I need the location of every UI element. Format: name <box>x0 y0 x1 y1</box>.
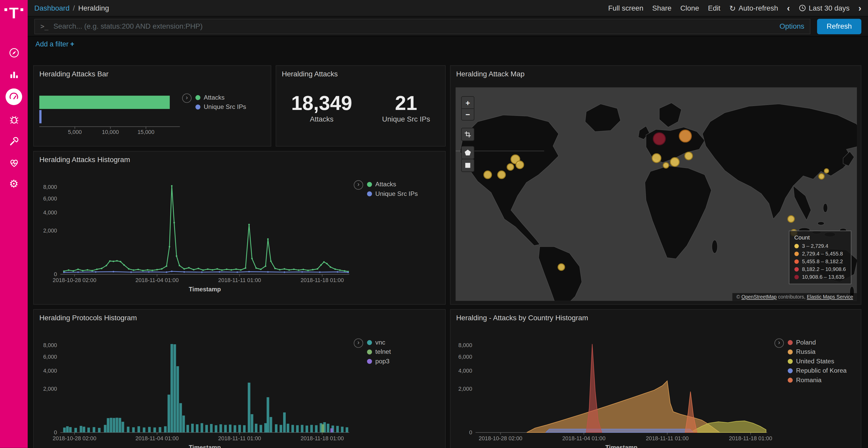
panel-attacks-bar: Heralding Attacks Bar 5,00010,00015,000 … <box>33 65 271 146</box>
openstreetmap-link[interactable]: OpenStreetMap <box>741 294 777 300</box>
legend-item[interactable]: United States <box>788 358 846 365</box>
legend-color-dot <box>794 244 799 248</box>
auto-refresh-button[interactable]: ↻ Auto-refresh <box>729 4 778 12</box>
svg-text:0: 0 <box>54 271 57 277</box>
sidebar-item-tools[interactable] <box>7 134 21 148</box>
map-legend-item: 5,455.8 – 8,182.2 <box>794 258 846 265</box>
full-screen-button[interactable]: Full screen <box>608 4 643 12</box>
map-legend-item: 3 – 2,729.4 <box>794 243 846 249</box>
sidebar-item-settings[interactable]: ⚙ <box>7 177 21 192</box>
map-legend-item: 10,908.6 – 13,635 <box>794 274 846 280</box>
svg-text:2018-11-18 01:00: 2018-11-18 01:00 <box>729 435 772 442</box>
legend-item[interactable]: Poland <box>788 339 846 346</box>
sidebar-item-honeypot[interactable] <box>7 112 21 127</box>
edit-button[interactable]: Edit <box>708 4 720 12</box>
zoom-out-button[interactable]: − <box>462 108 474 120</box>
svg-text:6,000: 6,000 <box>43 354 57 360</box>
legend-collapse-icon[interactable]: › <box>182 94 191 103</box>
metric-label: Attacks <box>291 115 352 123</box>
svg-text:8,000: 8,000 <box>43 342 57 348</box>
legend-item[interactable]: Unique Src IPs <box>367 190 418 197</box>
metric-label: Unique Src IPs <box>382 115 430 123</box>
time-range-picker[interactable]: Last 30 days <box>799 4 850 12</box>
refresh-cycle-icon: ↻ <box>729 4 736 12</box>
panel-title: Heralding Attacks <box>276 66 445 78</box>
search-placeholder: Search... (e.g. status:200 AND extension… <box>54 22 775 30</box>
legend-item[interactable]: Attacks <box>195 94 246 101</box>
legend-item[interactable]: Unique Src IPs <box>195 103 246 110</box>
add-filter-link[interactable]: Add a filter+ <box>35 40 74 48</box>
panel-attacks-histogram: Heralding Attacks Histogram 02,0004,0006… <box>33 151 445 305</box>
legend-label: Unique Src IPs <box>375 190 418 197</box>
legend-color-dot <box>195 95 200 100</box>
legend-collapse-icon[interactable]: › <box>774 338 784 348</box>
elastic-maps-link[interactable]: Elastic Maps Service <box>807 294 853 300</box>
svg-text:5,000: 5,000 <box>68 129 82 135</box>
map-legend-title: Count <box>794 234 846 241</box>
attacks-bar-chart[interactable]: 5,00010,00015,000 <box>35 80 185 138</box>
query-options-link[interactable]: Options <box>780 22 804 30</box>
panel-title: Heralding - Attacks by Country Histogram <box>451 310 861 322</box>
compass-icon <box>8 47 20 58</box>
telekom-logo[interactable]: T <box>0 0 28 31</box>
logo-dot-right <box>20 8 23 11</box>
svg-text:8,000: 8,000 <box>43 184 57 190</box>
legend-item[interactable]: Russia <box>788 348 846 355</box>
chart-legend: › Attacks Unique Src IPs <box>182 94 246 110</box>
legend-label: pop3 <box>375 358 390 365</box>
legend-label: Attacks <box>204 94 225 101</box>
share-button[interactable]: Share <box>652 4 672 12</box>
map-count-legend: Count 3 – 2,729.4 2,729.4 – 5,455.8 5,45… <box>789 231 851 284</box>
legend-label: telnet <box>375 348 391 355</box>
polygon-filter-button[interactable] <box>461 146 474 159</box>
sidebar-item-visualize[interactable] <box>7 67 21 81</box>
svg-text:6,000: 6,000 <box>458 354 472 360</box>
refresh-button[interactable]: Refresh <box>817 19 861 34</box>
query-bar: >_ Search... (e.g. status:200 AND extens… <box>28 16 868 36</box>
sidebar-item-monitoring[interactable] <box>7 156 21 170</box>
metric-value: 18,349 <box>291 92 352 114</box>
sidebar-item-dashboard[interactable] <box>5 89 22 105</box>
legend-label: 5,455.8 – 8,182.2 <box>802 258 843 265</box>
world-map[interactable]: + − Count 3 – 2,729.4 2,729.4 – 5,455.8 … <box>456 88 857 301</box>
svg-text:4,000: 4,000 <box>43 210 57 216</box>
legend-label: 10,908.6 – 13,635 <box>802 274 844 280</box>
search-input[interactable]: >_ Search... (e.g. status:200 AND extens… <box>34 19 810 34</box>
legend-item[interactable]: Attacks <box>367 181 418 187</box>
panel-attacks-metric: Heralding Attacks 18,349 Attacks 21 Uniq… <box>276 65 445 146</box>
bar-chart-icon <box>8 68 20 80</box>
pentagon-icon <box>464 149 471 156</box>
legend-item[interactable]: vnc <box>367 339 391 346</box>
legend-color-dot <box>367 349 372 354</box>
zoom-in-button[interactable]: + <box>462 97 474 108</box>
legend-collapse-icon[interactable]: › <box>354 338 363 348</box>
map-legend-item: 8,182.2 – 10,908.6 <box>794 266 846 272</box>
legend-item[interactable]: Republic of Korea <box>788 367 846 374</box>
legend-label: Unique Src IPs <box>204 103 246 110</box>
map-legend-item: 2,729.4 – 5,455.8 <box>794 250 846 257</box>
legend-color-dot <box>195 104 200 109</box>
spatial-filter-button[interactable] <box>461 128 474 141</box>
legend-item[interactable]: Romania <box>788 377 846 383</box>
legend-label: vnc <box>375 339 385 346</box>
time-forward-chevron-icon[interactable]: › <box>859 4 861 12</box>
panel-title: Heralding Attack Map <box>451 66 861 78</box>
sidebar-item-discover[interactable] <box>7 45 21 60</box>
console-prompt-icon: >_ <box>40 23 48 30</box>
sidebar-nav: ⚙ <box>0 31 28 191</box>
time-back-chevron-icon[interactable]: ‹ <box>787 4 790 12</box>
rectangle-filter-button[interactable] <box>461 159 474 172</box>
svg-text:2018-11-18 01:00: 2018-11-18 01:00 <box>301 277 344 283</box>
metric-group: 18,349 Attacks 21 Unique Src IPs <box>276 78 445 123</box>
panel-title: Heralding Attacks Bar <box>34 66 271 78</box>
panel-protocols-histogram: Heralding Protocols Histogram 02,0004,00… <box>33 309 445 448</box>
legend-item[interactable]: pop3 <box>367 358 391 365</box>
legend-label: Attacks <box>375 181 396 187</box>
breadcrumb-dashboard-link[interactable]: Dashboard <box>34 4 69 12</box>
clone-button[interactable]: Clone <box>680 4 699 12</box>
breadcrumb-current: Heralding <box>78 4 109 12</box>
legend-collapse-icon[interactable]: › <box>354 180 363 190</box>
legend-label: Republic of Korea <box>796 367 846 374</box>
legend-color-dot <box>794 259 799 264</box>
legend-item[interactable]: telnet <box>367 348 391 355</box>
